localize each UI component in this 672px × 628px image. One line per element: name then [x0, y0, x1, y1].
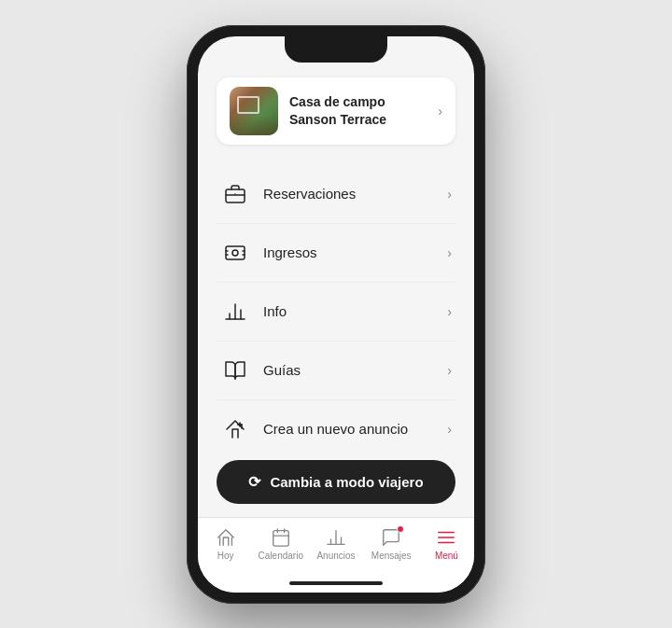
home-icon — [216, 527, 236, 548]
book-icon — [220, 356, 250, 385]
menu-list: Reservaciones › Ingresos — [217, 165, 455, 445]
nav-item-calendario[interactable]: Calendario — [253, 523, 308, 565]
menu-item-ingresos[interactable]: Ingresos › — [217, 224, 455, 283]
nav-label-calendario: Calendario — [259, 551, 303, 561]
switch-btn-container: ⟳ Cambia a modo viajero — [198, 445, 474, 517]
chat-icon — [381, 527, 401, 548]
main-scroll-area: Casa de campo Sanson Terrace › — [198, 63, 474, 445]
svg-rect-10 — [273, 530, 289, 546]
svg-point-3 — [232, 250, 238, 256]
money-icon — [220, 238, 250, 268]
property-chevron-icon: › — [438, 104, 442, 119]
property-card[interactable]: Casa de campo Sanson Terrace › — [217, 77, 455, 145]
nav-label-anuncios: Anuncios — [316, 551, 355, 561]
nuevo-anuncio-chevron-icon: › — [447, 422, 452, 437]
briefcase-icon — [220, 179, 250, 209]
svg-rect-0 — [226, 189, 245, 202]
svg-rect-2 — [226, 246, 245, 259]
info-chevron-icon: › — [447, 304, 452, 319]
menu-label-guias: Guías — [263, 362, 447, 378]
menu-label-info: Info — [263, 303, 447, 319]
menu-item-nuevo-anuncio[interactable]: Crea un nuevo anuncio › — [217, 400, 455, 445]
home-bar — [289, 581, 383, 585]
menu-label-reservaciones: Reservaciones — [263, 186, 447, 202]
notch — [285, 36, 387, 63]
menu-label-ingresos: Ingresos — [263, 244, 447, 260]
anuncios-icon — [326, 527, 346, 548]
reservaciones-chevron-icon: › — [447, 187, 452, 202]
menu-item-guias[interactable]: Guías › — [217, 342, 455, 400]
switch-mode-button[interactable]: ⟳ Cambia a modo viajero — [217, 460, 455, 504]
nav-item-hoy[interactable]: Hoy — [198, 523, 253, 565]
menu-item-info[interactable]: Info › — [217, 283, 455, 342]
property-image — [230, 87, 278, 135]
menu-icon — [436, 527, 456, 548]
ingresos-chevron-icon: › — [447, 245, 452, 260]
phone-frame: Casa de campo Sanson Terrace › — [187, 25, 485, 604]
phone-screen: Casa de campo Sanson Terrace › — [198, 36, 474, 593]
switch-btn-label: Cambia a modo viajero — [270, 474, 423, 490]
menu-label-nuevo-anuncio: Crea un nuevo anuncio — [263, 421, 447, 437]
home-indicator — [198, 574, 474, 593]
calendar-icon — [271, 527, 291, 548]
menu-item-reservaciones[interactable]: Reservaciones › — [217, 165, 455, 224]
bottom-nav: Hoy Calendario — [198, 517, 474, 574]
switch-icon: ⟳ — [248, 473, 260, 491]
property-name: Casa de campo Sanson Terrace — [289, 93, 430, 127]
chart-bar-icon — [220, 297, 250, 327]
add-home-icon — [220, 414, 250, 444]
nav-item-menu[interactable]: Menú — [419, 523, 474, 565]
nav-label-mensajes: Mensajes — [371, 551, 412, 561]
nav-label-hoy: Hoy — [217, 551, 234, 561]
nav-label-menu: Menú — [435, 551, 458, 561]
notification-dot — [397, 525, 404, 533]
guias-chevron-icon: › — [447, 363, 452, 378]
nav-item-anuncios[interactable]: Anuncios — [308, 523, 363, 565]
nav-item-mensajes[interactable]: Mensajes — [364, 523, 419, 565]
screen-content: Casa de campo Sanson Terrace › — [198, 36, 474, 593]
